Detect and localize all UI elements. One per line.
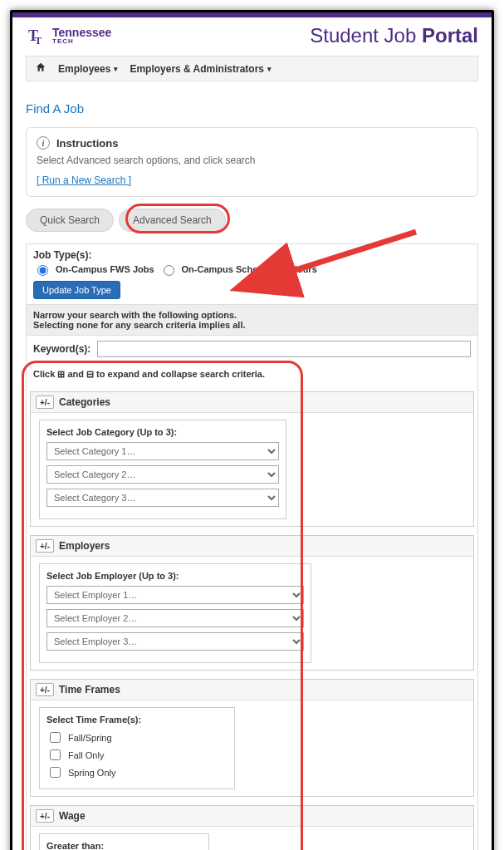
keyword-input[interactable] — [97, 341, 471, 357]
job-type-label: Job Type(s): — [27, 244, 477, 263]
instructions-title: Instructions — [56, 137, 118, 150]
narrow-line1: Narrow your search with the following op… — [33, 310, 471, 320]
portal-title: Student Job Portal — [310, 24, 478, 47]
portal-title-light: Student Job — [310, 24, 422, 47]
portal-title-bold: Portal — [422, 24, 478, 47]
tab-quick-search[interactable]: Quick Search — [26, 209, 114, 232]
annotation-circle-icon — [125, 204, 230, 233]
nav-employees[interactable]: Employees ▾ — [58, 63, 118, 75]
update-job-type-button[interactable]: Update Job Type — [33, 281, 120, 299]
radio-on-campus-fws[interactable] — [37, 265, 48, 276]
radio-on-campus-scholarship[interactable] — [164, 265, 174, 276]
info-icon: i — [37, 136, 50, 150]
nav-employers-label: Employers & Administrators — [130, 63, 264, 75]
brand-sub: TECH — [52, 38, 111, 45]
main-navbar: Employees ▾ Employers & Administrators ▾ — [26, 56, 478, 81]
radio-on-campus-fws-label: On-Campus FWS Jobs — [56, 264, 154, 274]
instructions-text: Select Advanced search options, and clic… — [37, 155, 467, 166]
chevron-down-icon: ▾ — [267, 65, 272, 73]
narrow-line2: Selecting none for any search criteria i… — [33, 320, 471, 330]
svg-text:T: T — [35, 35, 42, 46]
search-form: Job Type(s): On-Campus FWS Jobs On-Campu… — [26, 243, 478, 850]
header: TT Tennessee TECH Student Job Portal — [12, 17, 492, 56]
radio-on-campus-scholarship-label: On-Campus Scholarship Hours — [182, 264, 317, 274]
chevron-down-icon: ▾ — [114, 65, 118, 73]
narrow-instructions: Narrow your search with the following op… — [27, 304, 477, 336]
brand-name: Tennessee — [52, 27, 111, 38]
nav-employees-label: Employees — [58, 63, 110, 75]
annotation-box-icon — [22, 361, 303, 850]
keyword-label: Keyword(s): — [33, 343, 91, 355]
page-title: Find A Job — [26, 101, 478, 115]
search-tabs: Quick Search Advanced Search — [26, 209, 478, 232]
nav-employers[interactable]: Employers & Administrators ▾ — [130, 63, 272, 75]
run-new-search-link[interactable]: [ Run a New Search ] — [37, 174, 131, 186]
brand: TT Tennessee TECH — [26, 25, 111, 47]
home-icon[interactable] — [35, 61, 46, 76]
instructions-panel: i Instructions Select Advanced search op… — [26, 127, 478, 197]
brand-logo-icon: TT — [26, 25, 47, 47]
